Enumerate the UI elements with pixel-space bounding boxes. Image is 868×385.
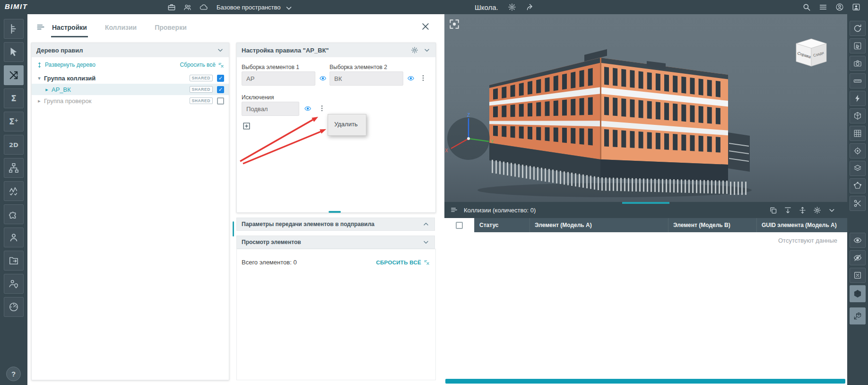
column-header[interactable]: Статус [475, 218, 530, 232]
panel-tabs-row: НастройкиКоллизииПроверки [27, 14, 444, 41]
rule-settings-gear-icon[interactable] [411, 46, 418, 54]
tool-show-button[interactable] [850, 233, 866, 248]
tool-grid-button[interactable] [850, 126, 866, 141]
add-exclusion-button[interactable] [242, 121, 252, 131]
tab-settings[interactable]: Настройки [51, 14, 88, 37]
tool-bolt-button[interactable] [850, 91, 866, 106]
tool-select-area-button[interactable] [850, 38, 866, 53]
tool-polygon-button[interactable] [850, 178, 866, 193]
expand-triangle-icon[interactable]: ▾ [35, 75, 43, 81]
tree-item-checkbox[interactable] [217, 97, 224, 105]
selection2-menu-dots-icon[interactable] [419, 73, 427, 84]
tool-hide-button[interactable] [850, 250, 866, 265]
list-icon[interactable] [450, 206, 458, 214]
exclusion-visibility-eye-icon[interactable] [303, 105, 313, 113]
axis-gizmo[interactable]: Z Y X [444, 112, 495, 165]
project-settings-gear-icon[interactable] [508, 3, 516, 11]
tree-item-ar-vk[interactable]: ▸АР_ВКSHARED✓ [32, 84, 229, 95]
horizontal-scrollbar[interactable] [445, 379, 845, 384]
close-panel-button[interactable] [421, 22, 430, 31]
tool-orbit-button[interactable] [850, 21, 866, 36]
cloud-sync-icon[interactable] [200, 3, 208, 11]
sidebar-clash-detection-button[interactable] [4, 65, 24, 85]
delete-menu-item[interactable]: Удалить [328, 114, 366, 134]
chevron-down-icon[interactable] [217, 46, 224, 54]
sidebar-share-folder-button[interactable] [4, 251, 24, 271]
help-button[interactable]: ? [6, 367, 21, 381]
panel-menu-icon[interactable] [36, 23, 45, 32]
reset-all-elements-link[interactable]: СБРОСИТЬ ВСЁ [376, 259, 430, 265]
workspace-selector[interactable]: Базовое пространство [217, 0, 291, 14]
sidebar-user-location-button[interactable] [4, 274, 24, 294]
share-icon[interactable] [526, 3, 534, 11]
panel-resize-handle[interactable] [622, 202, 669, 204]
card-resize-handle[interactable] [329, 211, 341, 213]
team-icon[interactable] [183, 3, 192, 11]
reset-all-link[interactable]: Сбросить всё [180, 61, 224, 68]
navigation-cube[interactable]: Справа Сзади [790, 35, 832, 70]
tab-checks[interactable]: Проверки [154, 14, 188, 37]
tree-item-check-group[interactable]: ▸Группа проверокSHARED [32, 95, 229, 106]
sidebar-rules-tree-button[interactable] [4, 19, 24, 39]
tree-item-checkbox[interactable]: ✓ [217, 75, 224, 82]
focus-view-icon[interactable] [448, 18, 460, 30]
fit-height-icon[interactable] [784, 206, 792, 214]
sidebar-charts-button[interactable] [4, 181, 24, 201]
expand-triangle-icon[interactable]: ▸ [35, 98, 43, 104]
select-all-checkbox[interactable] [456, 222, 463, 229]
tool-clear-selection-button[interactable] [850, 268, 866, 283]
select-all-cell[interactable] [444, 218, 475, 232]
selection1-input[interactable] [242, 71, 315, 86]
view-elements-header[interactable]: Просмотр элементов [236, 236, 435, 249]
tool-focus-button[interactable] [850, 143, 866, 158]
search-icon[interactable] [802, 3, 811, 11]
selection2-visibility-eye-icon[interactable] [406, 75, 416, 82]
sidebar-sum-plus-button[interactable]: Σ+ [4, 112, 24, 131]
toolbox-icon[interactable] [167, 3, 176, 11]
tree-item-collision-group[interactable]: ▾Группа коллизийSHARED✓ [32, 72, 229, 84]
sidebar-user-button[interactable] [4, 228, 24, 247]
chevron-down-icon[interactable] [422, 238, 430, 246]
selection2-input[interactable] [330, 71, 403, 86]
stretch-rows-icon[interactable] [799, 206, 807, 214]
account-circle-icon[interactable] [835, 3, 844, 11]
chevron-down-icon[interactable] [423, 46, 431, 54]
table-settings-gear-icon[interactable] [813, 206, 821, 214]
rule-card-header[interactable]: Настройка правила "АР_ВК" [237, 43, 435, 57]
exclusion-input[interactable] [242, 102, 299, 116]
tree-item-checkbox[interactable]: ✓ [217, 86, 224, 93]
tool-screenshot-button[interactable] [850, 56, 866, 71]
sidebar-structure-button[interactable] [4, 158, 24, 178]
sidebar-select-tool-button[interactable] [4, 42, 24, 62]
tool-section-button[interactable] [850, 196, 866, 211]
subrules-params-header[interactable]: Параметры передачи элементов в подправил… [236, 218, 435, 231]
tab-collisions[interactable]: Коллизии [104, 14, 138, 37]
sidebar-dashboard-button[interactable] [4, 297, 24, 317]
app-window: BIMIT Базовое пространство Школа. ? ΣΣ+2… [0, 0, 868, 385]
user-badge-icon[interactable] [852, 3, 860, 11]
tool-layers-button[interactable] [850, 161, 866, 176]
tool-clip-box-button[interactable] [850, 108, 866, 123]
tool-cube-move-button[interactable] [850, 307, 866, 324]
column-header[interactable]: Элемент (Модель B) [668, 218, 757, 232]
splitter-handle[interactable] [233, 221, 234, 236]
expand-triangle-icon[interactable]: ▸ [43, 87, 51, 93]
rules-tree-header[interactable]: Дерево правил [32, 43, 229, 57]
chevron-down-icon [285, 4, 291, 10]
selection1-visibility-eye-icon[interactable] [318, 75, 328, 82]
collapse-panel-icon[interactable] [828, 206, 836, 214]
column-header[interactable]: GUID элемента (Модель А) [757, 218, 847, 232]
exclusion-menu-dots-icon[interactable] [318, 103, 326, 114]
column-header[interactable]: Элемент (Модель А) [530, 218, 668, 232]
sidebar-plugins-button[interactable] [4, 204, 24, 224]
sidebar-2d-button[interactable]: 2D [4, 135, 24, 155]
duplicate-icon[interactable] [769, 206, 777, 214]
expand-tree-label: Развернуть дерево [45, 61, 95, 68]
tool-measure-button[interactable] [850, 73, 866, 88]
expand-tree-link[interactable]: Развернуть дерево [36, 61, 95, 68]
sidebar-sum-button[interactable]: Σ [4, 88, 24, 108]
viewport-3d[interactable]: Z Y X Справа Сзади [444, 14, 847, 202]
chevron-up-icon[interactable] [422, 220, 430, 228]
menu-icon[interactable] [819, 3, 827, 11]
tool-cube-isolate-button[interactable] [850, 285, 866, 302]
